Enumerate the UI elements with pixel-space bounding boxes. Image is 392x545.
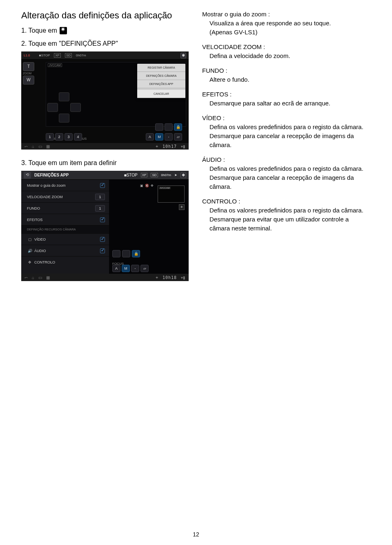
control-icon: ✥: [27, 260, 33, 264]
menu-item-app-settings[interactable]: DEFINIÇÕES APP: [137, 80, 185, 88]
def-control-body2: Desmarque para evitar que um utilizador …: [209, 215, 371, 233]
row-zoom-guide-label: Mostrar o guia do zoom: [27, 183, 66, 188]
row-control[interactable]: ✥CONTROLO: [21, 257, 109, 268]
row-control-label: CONTROLO: [34, 260, 55, 264]
wifi-icon: ▾▮: [181, 275, 185, 280]
pan-left-button[interactable]: [47, 103, 58, 112]
checkbox-effects[interactable]: [100, 217, 105, 222]
wifi-icon: ▾▮: [181, 144, 185, 149]
chip-bar[interactable]: ▱: [174, 133, 182, 141]
def-zoom-guide-body1: Visualiza a área que responde ao seu toq…: [209, 19, 371, 28]
def-background: FUNDO : Altere o fundo.: [202, 66, 371, 84]
step-2: 2. Toque em "DEFINIÇÕES APP": [21, 40, 190, 47]
page-title: Alteração das definições da aplicação: [21, 10, 190, 21]
back-icon[interactable]: ⤺: [24, 144, 28, 149]
step-3: 3. Toque em um item para definir: [21, 159, 190, 167]
recent-icon[interactable]: ▭: [38, 275, 42, 280]
chip-a[interactable]: A: [112, 265, 120, 272]
chip-f2[interactable]: [165, 123, 173, 131]
def-control: CONTROLO : Defina os valores predefinido…: [202, 197, 371, 233]
def-video-title: VÍDEO :: [202, 114, 371, 123]
row-zoom-speed[interactable]: VELOCIDADE ZOOM 1: [21, 191, 109, 203]
page-number: 12: [0, 531, 392, 538]
pan-right-button[interactable]: [70, 103, 81, 112]
menu-item-cancel[interactable]: CANCELAR: [137, 90, 185, 98]
zoom-control: T ZOOM W: [23, 62, 39, 85]
def-video: VÍDEO : Defina os valores predefinidos p…: [202, 114, 371, 150]
def-effects-title: EFEITOS :: [202, 90, 371, 99]
row-effects-label: EFEITOS: [27, 218, 42, 222]
xp-badge: XP: [54, 53, 61, 58]
home-icon[interactable]: ⌂: [32, 144, 34, 149]
back-button[interactable]: ⟲: [24, 172, 31, 179]
home-icon[interactable]: ⌂: [32, 275, 34, 280]
checkbox-zoom-guide[interactable]: [100, 183, 105, 188]
jvccam-tag: JVCCAM: [159, 187, 171, 189]
system-bar: ⤺ ⌂ ▭ ▦ ✦ 10h17 ▾▮: [21, 143, 189, 150]
chip-dash[interactable]: -: [131, 265, 139, 272]
def-audio-body1: Defina os valores predefinidos para o re…: [209, 164, 371, 173]
def-control-body1: Defina os valores predefinidos para o re…: [209, 206, 371, 215]
chip-m[interactable]: M: [122, 265, 130, 272]
chip-b1[interactable]: [112, 250, 120, 257]
top-bar: L1.0 ■STOP XP SD 0h07m ✱: [21, 51, 189, 60]
arrows-icon: ✥: [151, 184, 154, 188]
def-audio: ÁUDIO : Defina os valores predefinidos p…: [202, 155, 371, 191]
back-icon[interactable]: ⤺: [24, 275, 28, 280]
pan-down-button[interactable]: [59, 114, 69, 123]
chip-dash[interactable]: -: [165, 133, 173, 141]
chip-b2[interactable]: [122, 250, 130, 257]
def-background-title: FUNDO :: [202, 66, 371, 75]
preview-thumbnail[interactable]: JVCCAM: [158, 185, 185, 203]
signal-icon: ✦: [155, 275, 158, 280]
row-video[interactable]: ▢VÍDEO: [21, 234, 109, 245]
preset-3-button[interactable]: 3: [65, 133, 73, 141]
chip-m[interactable]: M: [155, 133, 163, 141]
add-button[interactable]: +: [179, 204, 185, 210]
def-video-body2: Desmarque para cancelar a recepção de im…: [209, 132, 371, 150]
chip-f1[interactable]: [155, 123, 163, 131]
preset-4-button[interactable]: 4: [74, 133, 82, 141]
row-zoom-guide[interactable]: Mostrar o guia do zoom: [21, 180, 109, 191]
def-effects: EFEITOS : Desmarque para saltar ao ecrã …: [202, 90, 371, 108]
preset-2-button[interactable]: 2: [55, 133, 63, 141]
settings-icon[interactable]: ✱: [180, 172, 186, 178]
lock-icon[interactable]: 🔒: [174, 123, 182, 131]
row-background[interactable]: FUNDO 1: [21, 203, 109, 214]
row-audio[interactable]: 🔊ÁUDIO: [21, 245, 109, 257]
thumbs-icon[interactable]: ▦: [46, 275, 50, 280]
pan-controls: [46, 92, 82, 121]
cam-icon: ▣: [140, 184, 143, 188]
zoom-wide-button[interactable]: W: [23, 76, 34, 85]
thumbs-icon[interactable]: ▦: [46, 144, 50, 149]
section-camera-resources: DEFINIÇÃO RECURSOS CÂMARA: [21, 226, 109, 234]
checkbox-audio[interactable]: [100, 248, 105, 253]
step2-text: 2. Toque em "DEFINIÇÕES APP": [21, 40, 118, 47]
sd-badge: SD: [151, 173, 158, 177]
menu-item-register[interactable]: REGISTAR CÂMARA: [137, 64, 185, 72]
row-zoom-speed-label: VELOCIDADE ZOOM: [27, 195, 63, 199]
context-menu: REGISTAR CÂMARA DEFINIÇÕES CÂMARA DEFINI…: [137, 64, 185, 98]
chip-a[interactable]: A: [146, 133, 154, 141]
screenshot-1: L1.0 ■STOP XP SD 0h07m ✱ T ZOOM W JVCCAM: [21, 51, 189, 150]
def-zoom-guide-title: Mostrar o guia do zoom :: [202, 10, 371, 19]
xp-badge: XP: [141, 173, 148, 177]
checkbox-video[interactable]: [100, 237, 105, 242]
screenshot-2: ⟲ DEFINIÇÕES APP ■STOP XP SD 0h07m ➤ ✱ M…: [21, 171, 189, 281]
recent-icon[interactable]: ▭: [38, 144, 42, 149]
preset-1-button[interactable]: 1: [46, 133, 54, 141]
menu-item-camera-settings[interactable]: DEFINIÇÕES CÂMARA: [137, 72, 185, 80]
mute-icon: 🔇: [145, 184, 149, 188]
time-indicator: 0h07m: [161, 173, 171, 177]
config-title: DEFINIÇÕES APP: [34, 173, 69, 177]
val-background: 1: [95, 205, 105, 212]
row-effects[interactable]: EFEITOS: [21, 214, 109, 226]
zoom-tele-button[interactable]: T: [23, 62, 34, 71]
def-zoom-speed: VELOCIDADE ZOOM : Defina a velocidade do…: [202, 42, 371, 60]
chip-bar[interactable]: ▱: [140, 265, 149, 272]
config-preview-area: ▣ 🔇 ✥ JVCCAM + 🔒 FOCUS A M -: [109, 180, 189, 274]
settings-icon[interactable]: ✱: [180, 53, 186, 58]
lock-icon[interactable]: 🔒: [132, 250, 140, 257]
pan-up-button[interactable]: [59, 92, 69, 101]
clock: 10h17: [163, 144, 177, 149]
